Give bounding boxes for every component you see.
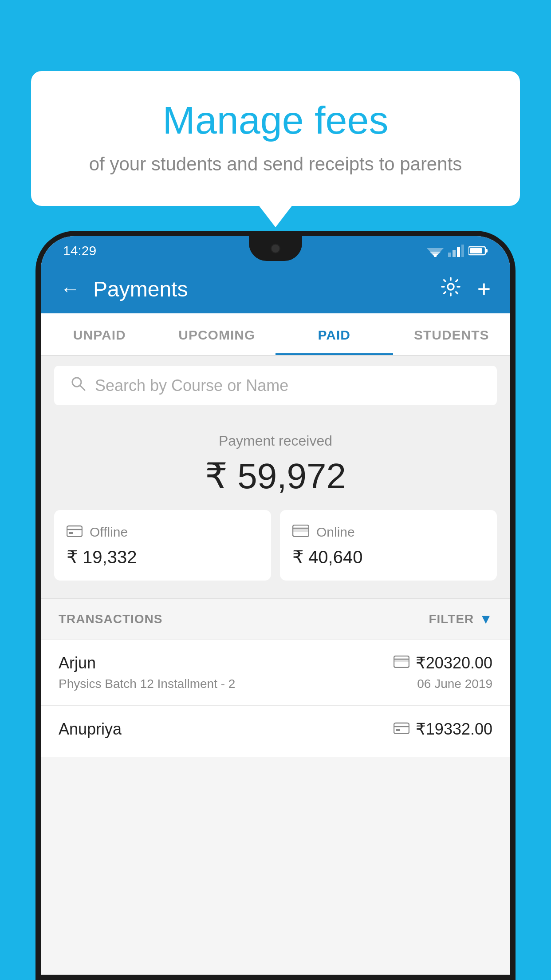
payment-summary: Payment received ₹ 59,972 Offline (41, 415, 510, 598)
svg-rect-4 (448, 253, 451, 257)
offline-amount: ₹ 19,332 (67, 547, 259, 567)
filter-icon: ▼ (479, 612, 492, 627)
status-icons (427, 245, 488, 257)
filter-button[interactable]: FILTER ▼ (429, 612, 492, 627)
tx-course: Physics Batch 12 Installment - 2 (59, 677, 235, 691)
offline-label: Offline (90, 525, 128, 540)
tab-upcoming[interactable]: UPCOMING (158, 313, 276, 355)
tabs-bar: UNPAID UPCOMING PAID STUDENTS (41, 313, 510, 356)
tx-amount: ₹20320.00 (416, 654, 492, 672)
svg-rect-10 (470, 248, 482, 253)
status-time: 14:29 (63, 243, 96, 258)
tx-cash-icon (394, 721, 409, 738)
svg-point-11 (448, 284, 454, 290)
tab-unpaid[interactable]: UNPAID (41, 313, 158, 355)
speech-bubble: Manage fees of your students and send re… (31, 71, 520, 206)
online-amount: ₹ 40,640 (292, 547, 484, 567)
svg-rect-14 (67, 526, 82, 537)
search-icon (70, 375, 86, 395)
battery-icon (468, 245, 488, 256)
gear-icon[interactable] (440, 276, 461, 302)
tx-name: Arjun (59, 654, 96, 672)
signal-icon (448, 245, 464, 257)
payment-received-label: Payment received (54, 433, 497, 449)
tab-students[interactable]: STUDENTS (393, 313, 511, 355)
bubble-subtitle: of your students and send receipts to pa… (67, 154, 484, 175)
wifi-icon (427, 245, 444, 257)
tab-paid[interactable]: PAID (276, 313, 393, 355)
online-label: Online (316, 525, 355, 540)
table-row[interactable]: Arjun ₹20320.00 Physics Batch 12 Install… (41, 639, 510, 705)
phone-frame: 14:29 (35, 231, 516, 980)
back-button[interactable]: ← (60, 278, 80, 300)
svg-rect-5 (453, 250, 456, 257)
header-title: Payments (93, 277, 440, 301)
online-icon (292, 523, 309, 541)
add-button[interactable]: + (477, 276, 491, 302)
transactions-label: TRANSACTIONS (59, 612, 162, 626)
app-header: ← Payments + (41, 265, 510, 313)
svg-line-13 (80, 386, 85, 390)
svg-rect-25 (396, 729, 400, 731)
offline-icon (67, 523, 83, 541)
offline-card: Offline ₹ 19,332 (54, 510, 271, 581)
tx-name: Anupriya (59, 720, 122, 739)
svg-rect-16 (69, 532, 73, 534)
payment-cards: Offline ₹ 19,332 Onli (54, 510, 497, 581)
filter-label: FILTER (429, 612, 474, 626)
tx-card-icon (394, 655, 409, 672)
tx-amount: ₹19332.00 (416, 720, 492, 739)
phone-notch (249, 236, 302, 261)
svg-rect-7 (461, 245, 464, 257)
svg-rect-9 (485, 249, 488, 253)
table-row[interactable]: Anupriya ₹19332.00 (41, 705, 510, 757)
search-placeholder: Search by Course or Name (95, 376, 288, 395)
svg-rect-6 (457, 247, 460, 257)
camera-dot (271, 244, 280, 253)
transactions-header: TRANSACTIONS FILTER ▼ (41, 598, 510, 639)
tx-date: 06 June 2019 (417, 677, 492, 691)
payment-total: ₹ 59,972 (54, 455, 497, 497)
search-bar[interactable]: Search by Course or Name (54, 366, 497, 405)
online-card: Online ₹ 40,640 (280, 510, 497, 581)
svg-rect-23 (394, 723, 409, 734)
bubble-title: Manage fees (67, 98, 484, 143)
search-container: Search by Course or Name (41, 356, 510, 415)
